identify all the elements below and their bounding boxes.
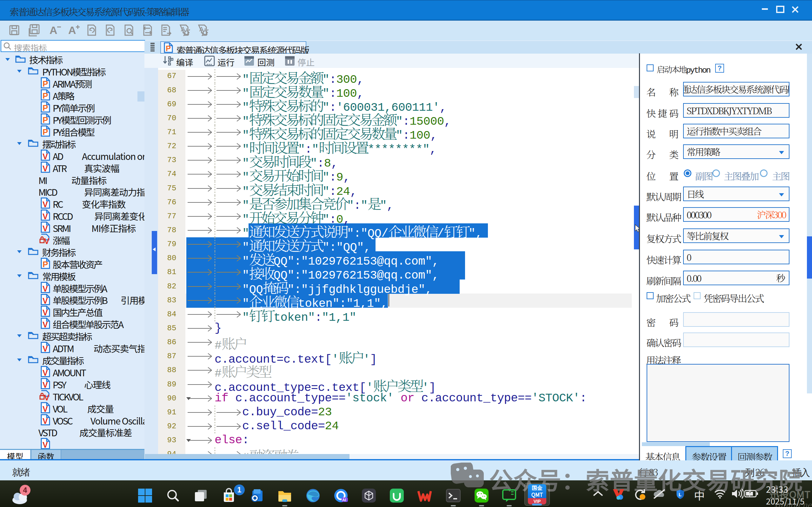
svg-text:P: P xyxy=(43,79,48,89)
svg-text:A: A xyxy=(50,24,57,36)
svg-text:V: V xyxy=(43,152,48,161)
svg-text:V: V xyxy=(43,416,48,426)
svg-text:L: L xyxy=(679,492,682,497)
svg-text:P: P xyxy=(43,260,48,269)
svg-text:V: V xyxy=(43,404,48,413)
svg-text:V: V xyxy=(43,320,48,329)
svg-text:V: V xyxy=(44,393,50,401)
svg-text:V: V xyxy=(43,296,48,305)
svg-text:AI: AI xyxy=(342,498,346,502)
svg-text:V: V xyxy=(43,200,48,209)
svg-text:V: V xyxy=(43,344,48,353)
svg-text:V: V xyxy=(44,237,50,245)
svg-text:P: P xyxy=(166,44,171,53)
svg-text:P: P xyxy=(43,91,48,101)
svg-text:V: V xyxy=(43,308,48,317)
svg-text:V: V xyxy=(43,164,48,173)
svg-text:V: V xyxy=(43,284,48,293)
svg-text:P: P xyxy=(43,115,48,125)
svg-text:V: V xyxy=(43,224,48,233)
svg-text:P: P xyxy=(43,127,48,137)
svg-text:A: A xyxy=(68,24,76,36)
svg-text:V: V xyxy=(43,212,48,221)
svg-text:V: V xyxy=(43,380,48,389)
svg-text:P: P xyxy=(43,103,48,113)
svg-text:V: V xyxy=(43,369,48,377)
svg-text:V: V xyxy=(43,440,48,449)
